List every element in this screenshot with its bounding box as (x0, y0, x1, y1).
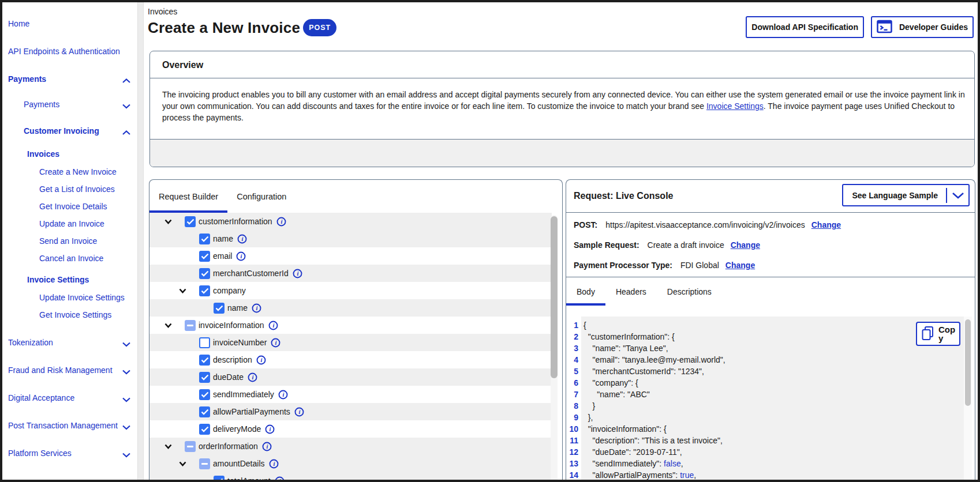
checkbox-invoiceinformation[interactable] (185, 320, 196, 331)
sidebar-item-platform-services[interactable]: Platform Services (2, 449, 137, 458)
breadcrumb[interactable]: Invoices (148, 6, 975, 16)
line-content: "description": "This is a test invoice", (581, 435, 723, 446)
sidebar-item-cancel-an-invoice[interactable]: Cancel an Invoice (2, 254, 137, 263)
main-content: Invoices Create a New Invoice POST Downl… (144, 2, 978, 480)
header-actions: Download API Specification Developer Gui… (746, 16, 974, 38)
builder-scrollbar[interactable] (551, 215, 558, 480)
sidebar-item-get-invoice-settings[interactable]: Get Invoice Settings (2, 310, 137, 319)
line-content: "merchantCustomerId": "1234", (581, 366, 704, 377)
checkbox-sendimmediately[interactable] (199, 389, 210, 400)
expand-chevron-icon[interactable] (177, 288, 188, 293)
sidebar-item-update-an-invoice[interactable]: Update an Invoice (2, 219, 137, 228)
checkbox-orderinformation[interactable] (185, 441, 196, 452)
overview-heading: Overview (150, 51, 974, 78)
info-icon[interactable]: i (252, 303, 261, 313)
svg-text:i: i (275, 340, 277, 346)
download-api-spec-button[interactable]: Download API Specification (746, 16, 864, 38)
checkbox-email[interactable] (199, 251, 210, 262)
copy-label: Copy (938, 325, 956, 342)
checkbox-merchantcustomerid[interactable] (199, 268, 210, 279)
info-icon[interactable]: i (248, 372, 257, 382)
expand-chevron-icon[interactable] (163, 219, 173, 224)
info-icon[interactable]: i (275, 476, 285, 480)
sidebar-item-fraud-and-risk-management[interactable]: Fraud and Risk Management (2, 366, 137, 375)
info-icon[interactable]: i (256, 355, 266, 365)
info-icon[interactable]: i (278, 390, 288, 400)
checkbox-amountdetails[interactable] (199, 458, 210, 469)
chevron-up-icon (122, 128, 131, 137)
checkbox-name[interactable] (199, 234, 210, 244)
checkbox-duedate[interactable] (199, 372, 210, 383)
see-language-sample-button[interactable]: See Language Sample (842, 184, 970, 206)
expand-chevron-icon[interactable] (163, 444, 173, 449)
sidebar-item-home[interactable]: Home (2, 19, 137, 28)
code-scrollbar-thumb[interactable] (965, 319, 971, 406)
checkbox-name[interactable] (214, 303, 225, 314)
request-body-editor[interactable]: 1{2 "customerInformation": {3 "name": "T… (567, 317, 972, 480)
sidebar-scrollbar[interactable] (137, 2, 144, 480)
sidebar-item-invoices[interactable]: Invoices (2, 149, 137, 159)
sidebar-item-digital-acceptance[interactable]: Digital Acceptance (2, 393, 137, 402)
checkbox-description[interactable] (199, 355, 210, 366)
info-icon[interactable]: i (294, 407, 304, 417)
code-scrollbar[interactable] (964, 317, 972, 480)
info-icon[interactable]: i (293, 269, 302, 278)
change-link[interactable]: Change (725, 261, 755, 270)
see-language-sample-label: See Language Sample (852, 191, 938, 200)
line-content: "name": "ABC" (581, 389, 650, 400)
tab-descriptions[interactable]: Descriptions (657, 277, 722, 306)
checkbox-allowpartialpayments[interactable] (199, 406, 210, 417)
code-line-10: 10 "invoiceInformation": { (567, 423, 972, 435)
info-icon[interactable]: i (265, 424, 275, 434)
checkbox-customerinformation[interactable] (185, 216, 196, 227)
tree-row-deliverymode: deliveryModei (149, 420, 552, 438)
line-content: "company": { (581, 377, 638, 389)
info-icon[interactable]: i (268, 321, 278, 330)
sidebar-item-invoice-settings[interactable]: Invoice Settings (2, 275, 137, 284)
tab-request-builder[interactable]: Request Builder (149, 180, 227, 213)
sidebar-item-payments[interactable]: Payments (2, 100, 137, 109)
developer-guides-button[interactable]: Developer Guides (871, 16, 974, 38)
sidebar-item-post-transaction-management[interactable]: Post Transaction Management (2, 421, 137, 430)
change-link[interactable]: Change (731, 240, 760, 250)
info-icon[interactable]: i (269, 459, 279, 469)
code-line-1: 1{ (567, 319, 972, 331)
sidebar-item-customer-invoicing[interactable]: Customer Invoicing (2, 126, 137, 135)
sidebar-item-payments[interactable]: Payments (2, 74, 137, 84)
meta-row-payment-processor-type: Payment Processor Type:FDI GlobalChange (574, 261, 967, 270)
sidebar-item-label: Invoices (27, 149, 59, 159)
invoice-settings-link[interactable]: Invoice Settings (706, 101, 764, 111)
tree-field-label: allowPartialPayments (213, 407, 290, 416)
sidebar-item-get-a-list-of-invoices[interactable]: Get a List of Invoices (2, 184, 137, 194)
sidebar-item-update-invoice-settings[interactable]: Update Invoice Settings (2, 293, 137, 302)
sidebar-item-tokenization[interactable]: Tokenization (2, 338, 137, 347)
change-link[interactable]: Change (811, 220, 841, 229)
checkbox-totalamount[interactable] (214, 476, 225, 480)
sidebar-item-label: Home (8, 19, 29, 28)
tab-configuration[interactable]: Configuration (227, 180, 296, 213)
sidebar-item-get-invoice-details[interactable]: Get Invoice Details (2, 202, 137, 211)
checkbox-company[interactable] (199, 285, 210, 296)
app-window: HomeAPI Endpoints & AuthenticationPaymen… (0, 0, 980, 482)
builder-scrollbar-thumb[interactable] (551, 216, 558, 378)
tab-body[interactable]: Body (566, 277, 605, 306)
tree-field-label: orderInformation (199, 442, 258, 451)
expand-chevron-icon[interactable] (163, 323, 173, 328)
info-icon[interactable]: i (271, 338, 280, 348)
expand-chevron-icon[interactable] (177, 461, 188, 466)
checkbox-deliverymode[interactable] (199, 424, 210, 435)
line-content: "sendImmediately": false, (581, 458, 683, 469)
tree-row-totalamount: totalAmounti (149, 472, 552, 480)
info-icon[interactable]: i (276, 217, 286, 227)
sidebar-item-send-an-invoice[interactable]: Send an Invoice (2, 236, 137, 246)
checkbox-invoicenumber[interactable] (199, 337, 210, 348)
info-icon[interactable]: i (236, 251, 246, 261)
sidebar-item-create-a-new-invoice[interactable]: Create a New Invoice (2, 167, 137, 176)
info-icon[interactable]: i (262, 442, 272, 451)
sidebar-item-api-endpoints-authentication[interactable]: API Endpoints & Authentication (2, 47, 137, 56)
svg-text:i: i (298, 409, 300, 415)
copy-button[interactable]: Copy (916, 322, 960, 346)
line-number: 12 (567, 446, 581, 458)
tab-headers[interactable]: Headers (605, 277, 657, 306)
info-icon[interactable]: i (237, 234, 247, 244)
